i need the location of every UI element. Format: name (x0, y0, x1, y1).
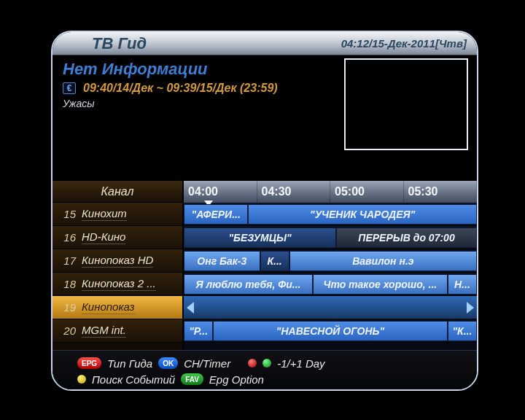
epg-event[interactable]: Н... (448, 274, 477, 295)
header-bar: ТВ Гид 04:12/15-Дек-2011[Чтв] (52, 32, 477, 55)
red-dot-icon[interactable] (248, 359, 257, 368)
epg-row[interactable]: "АФЕРИ..."УЧЕНИК ЧАРОДЕЯ" (184, 203, 477, 226)
channel-header: Канал (52, 181, 182, 203)
time-tick: 05:00 (330, 181, 404, 203)
epg-event[interactable]: ПЕРЕРЫВ до 07:00 (336, 228, 477, 248)
epg-column: 04:00 04:30 05:00 05:30 "АФЕРИ..."УЧЕНИК… (182, 181, 477, 350)
channel-name: MGM int. (82, 324, 126, 338)
hint-epg-option: Epg Option (209, 373, 264, 386)
clock: 04:12/15-Дек-2011[Чтв] (341, 37, 467, 50)
green-dot-icon[interactable] (262, 359, 271, 368)
channel-number: 18 (57, 278, 76, 290)
epg-selected-track[interactable] (184, 296, 477, 319)
epg-pill[interactable]: EPG (77, 357, 101, 369)
epg-event[interactable]: "БЕЗУМЦЫ" (184, 228, 336, 248)
channel-number: 15 (57, 208, 76, 220)
tv-guide-panel: ТВ Гид 04:12/15-Дек-2011[Чтв] Нет Информ… (51, 31, 478, 391)
channel-row[interactable]: 20MGM int. (52, 319, 182, 343)
channel-number: 17 (57, 254, 76, 267)
program-info: Нет Информации € 09:40/14/Дек ~ 09:39/15… (52, 55, 477, 109)
epg-grid: Канал 15Кинохит16HD-Кино17Кинопоказ HD18… (52, 181, 477, 350)
epg-event[interactable]: К... (260, 251, 289, 271)
scroll-left-icon[interactable] (187, 302, 194, 314)
channel-name: Кинопоказ 2 ... (82, 277, 156, 291)
footer-hints: EPG Тип Гида OK CH/Timer -1/+1 Day Поиск… (52, 350, 477, 389)
epg-row[interactable]: "Р..."НАВЕСНОЙ ОГОНЬ""К... (184, 319, 477, 343)
channel-number: 20 (57, 324, 76, 337)
channel-row[interactable]: 17Кинопоказ HD (52, 249, 182, 273)
hint-search-events: Поиск Событий (92, 373, 175, 386)
channel-number: 16 (57, 231, 76, 244)
app-title: ТВ Гид (92, 34, 147, 53)
channel-row[interactable]: 19Кинопоказ (52, 296, 182, 319)
yellow-dot-icon[interactable] (77, 375, 86, 384)
channel-row[interactable]: 15Кинохит (52, 203, 182, 226)
time-tick: 04:30 (257, 181, 331, 203)
epg-event[interactable]: "Р... (184, 321, 213, 341)
epg-event[interactable]: Я люблю тебя, Фи... (184, 274, 313, 295)
epg-event[interactable]: "УЧЕНИК ЧАРОДЕЯ" (248, 204, 477, 225)
video-preview (344, 58, 468, 150)
epg-event[interactable]: Вавилон н.э (289, 251, 477, 271)
epg-row[interactable]: Я люблю тебя, Фи...Что такое хорошо, ...… (184, 273, 477, 296)
channel-row[interactable]: 18Кинопоказ 2 ... (52, 273, 182, 296)
hint-guide-type: Тип Гида (107, 357, 152, 370)
time-tick: 05:30 (404, 181, 478, 203)
epg-event[interactable]: "К... (448, 321, 477, 341)
hint-day-shift: -1/+1 Day (277, 357, 324, 370)
channel-column: Канал 15Кинохит16HD-Кино17Кинопоказ HD18… (52, 181, 182, 350)
epg-event[interactable]: Что такое хорошо, ... (313, 274, 448, 295)
epg-event[interactable]: Онг Бак-3 (184, 251, 260, 271)
channel-name: Кинохит (82, 207, 127, 221)
channel-number: 19 (57, 301, 76, 314)
epg-row[interactable]: "БЕЗУМЦЫ"ПЕРЕРЫВ до 07:00 (184, 226, 477, 249)
timeline-header: 04:00 04:30 05:00 05:30 (184, 181, 477, 203)
epg-row[interactable]: Онг Бак-3К...Вавилон н.э (184, 249, 477, 273)
channel-name: Кинопоказ HD (82, 254, 153, 268)
program-time-range: 09:40/14/Дек ~ 09:39/15/Дек (23:59) (83, 82, 278, 95)
scroll-right-icon[interactable] (467, 302, 474, 314)
currency-badge-icon: € (63, 82, 76, 94)
time-tick: 04:00 (184, 181, 257, 203)
ok-pill[interactable]: OK (158, 357, 178, 369)
epg-event[interactable]: "НАВЕСНОЙ ОГОНЬ" (213, 321, 448, 341)
channel-name: Кинопоказ (82, 300, 135, 314)
hint-ch-timer: CH/Timer (184, 357, 230, 370)
fav-pill[interactable]: FAV (181, 373, 203, 385)
epg-event[interactable]: "АФЕРИ... (184, 204, 248, 225)
channel-row[interactable]: 16HD-Кино (52, 226, 182, 249)
channel-name: HD-Кино (82, 230, 125, 244)
